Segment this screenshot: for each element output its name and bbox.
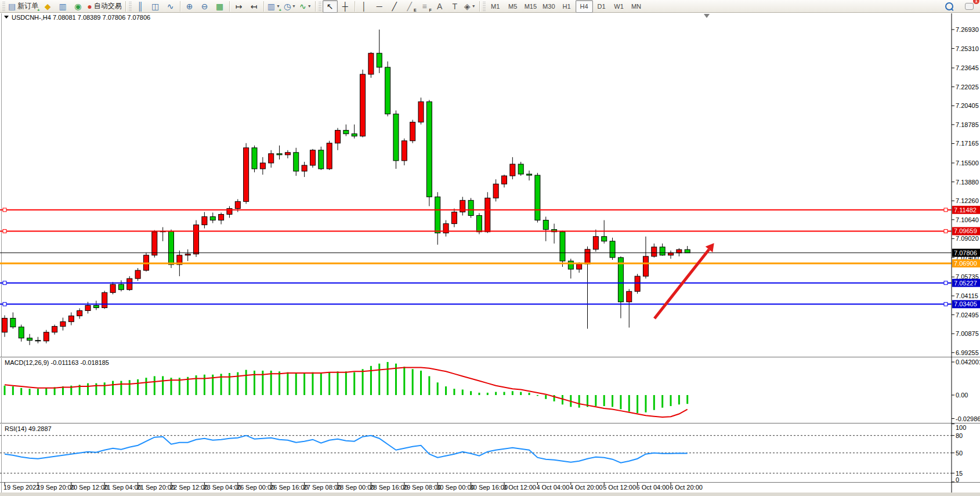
svg-text:4 Oct 04:00: 4 Oct 04:00 xyxy=(536,484,569,491)
svg-text:7.09020: 7.09020 xyxy=(956,235,979,242)
crosshair-icon: ┼ xyxy=(342,2,348,10)
svg-text:6 Oct 20:00: 6 Oct 20:00 xyxy=(670,484,703,491)
fibonacci-icon-sub: F xyxy=(429,8,431,12)
svg-text:27 Sep 08:00: 27 Sep 08:00 xyxy=(303,484,341,491)
vertical-line-button[interactable]: │ xyxy=(357,0,372,13)
svg-text:26 Sep 16:00: 26 Sep 16:00 xyxy=(270,484,308,491)
toolbar-separator xyxy=(315,1,316,12)
text-label-icon: T xyxy=(452,2,457,10)
line-handle xyxy=(3,281,6,285)
navigator-button[interactable]: ◉ xyxy=(70,0,85,13)
svg-text:7.06900: 7.06900 xyxy=(954,260,977,267)
new-order-icon: ▤ xyxy=(8,2,16,10)
svg-text:7.10640: 7.10640 xyxy=(956,216,979,223)
shapes-icon: ◈ xyxy=(464,2,471,10)
line-chart-icon: ∿ xyxy=(167,2,174,10)
svg-text:7.15500: 7.15500 xyxy=(956,160,979,166)
hline-icon: ─ xyxy=(377,2,382,10)
toolbar-grip xyxy=(319,2,321,11)
svg-text:26 Sep 00:00: 26 Sep 00:00 xyxy=(237,484,274,491)
new-chart-button[interactable]: ▥+▼ xyxy=(266,0,282,13)
candle-chart-button[interactable]: ◫ xyxy=(148,0,163,13)
toolbar-grip xyxy=(483,2,486,11)
timeframe-m30-button[interactable]: M30 xyxy=(540,0,558,13)
cursor-button[interactable]: ↖ xyxy=(323,0,338,13)
autotrade-icon: ● xyxy=(87,2,92,10)
svg-text:20 Sep 12:00: 20 Sep 12:00 xyxy=(70,484,108,491)
zoom-out-button[interactable]: ⊖ xyxy=(197,0,212,13)
chart-window[interactable]: 7.269307.253107.236457.220257.204057.187… xyxy=(0,0,980,496)
svg-text:3 Oct 12:00: 3 Oct 12:00 xyxy=(503,484,536,491)
svg-text:7.25310: 7.25310 xyxy=(956,45,979,52)
svg-text:0: 0 xyxy=(956,476,959,483)
toolbar-separator xyxy=(355,1,355,12)
zoom-in-icon: ⊕ xyxy=(186,2,193,10)
period-button[interactable]: ◷▼ xyxy=(282,0,298,13)
svg-text:7.18785: 7.18785 xyxy=(956,121,979,128)
new-order-button[interactable]: ▤+新订单 xyxy=(6,0,40,13)
svg-text:-0.029864: -0.029864 xyxy=(956,415,980,422)
svg-text:7.23645: 7.23645 xyxy=(956,64,979,71)
zoom-out-icon: ⊖ xyxy=(201,2,208,10)
bar-chart-icon: ║ xyxy=(138,2,143,10)
channel-icon-sub: E xyxy=(414,8,417,12)
svg-text:7.20405: 7.20405 xyxy=(956,102,979,109)
svg-text:21 Sep 04:00: 21 Sep 04:00 xyxy=(103,484,141,491)
zoom-in-button[interactable]: ⊕ xyxy=(182,0,197,13)
text-button[interactable]: A xyxy=(432,0,447,13)
crosshair-button[interactable]: ┼ xyxy=(338,0,353,13)
search-button[interactable] xyxy=(942,0,957,13)
vline-icon: │ xyxy=(361,2,367,10)
chart-title: USDCNH-,H4 7.08081 7.08389 7.07806 7.078… xyxy=(12,14,150,21)
trendline-button[interactable]: ╱ xyxy=(387,0,402,13)
text-label-button[interactable]: T xyxy=(447,0,462,13)
timeframe-m5-button[interactable]: M5 xyxy=(504,0,522,13)
chat-bubble-icon xyxy=(965,3,974,10)
svg-text:7.11482: 7.11482 xyxy=(954,207,977,213)
toolbar-separator xyxy=(229,1,230,12)
toolbar-separator xyxy=(125,1,126,12)
market-watch-button[interactable]: ◆ xyxy=(40,0,55,13)
cursor-icon: ↖ xyxy=(327,2,334,10)
svg-text:7.12260: 7.12260 xyxy=(956,197,979,204)
line-handle xyxy=(3,302,6,306)
fibonacci-button[interactable]: ≡F xyxy=(417,0,432,13)
svg-text:7.02495: 7.02495 xyxy=(956,312,979,318)
tile-windows-button[interactable]: ▦ xyxy=(212,0,227,13)
svg-text:7.09659: 7.09659 xyxy=(954,227,977,234)
line-handle xyxy=(3,229,6,233)
text-icon: A xyxy=(437,2,442,10)
notification-count-badge: 1 xyxy=(973,0,979,4)
autotrade-button-label: 自动交易 xyxy=(94,1,122,11)
timeframe-d1-button[interactable]: D1 xyxy=(593,0,610,13)
svg-text:7.22025: 7.22025 xyxy=(956,84,979,90)
timeframe-m1-button[interactable]: M1 xyxy=(487,0,504,13)
line-handle xyxy=(944,302,948,306)
chart-shift-button[interactable]: ↤ xyxy=(247,0,262,13)
toolbar-grip xyxy=(2,2,5,11)
timeframe-w1-button[interactable]: W1 xyxy=(610,0,628,13)
rsi-label: RSI(14) 49.2887 xyxy=(5,425,52,432)
new-order-icon-sub: + xyxy=(37,8,39,12)
horizontal-line-button[interactable]: ─ xyxy=(372,0,387,13)
timeframe-m15-button[interactable]: M15 xyxy=(522,0,540,13)
price-chart-canvas[interactable]: 7.269307.253107.236457.220257.204057.187… xyxy=(0,0,980,496)
new-chart-icon: ▥ xyxy=(267,2,275,10)
timeframe-h1-button[interactable]: H1 xyxy=(558,0,576,13)
shapes-button[interactable]: ◈▼ xyxy=(462,0,478,13)
data-window-button[interactable]: ▥ xyxy=(55,0,70,13)
timeframe-mn-button[interactable]: MN xyxy=(628,0,645,13)
indicators-button[interactable]: ∿▼ xyxy=(298,0,313,13)
auto-scroll-button[interactable]: ↦ xyxy=(232,0,247,13)
bar-chart-button[interactable]: ║ xyxy=(133,0,148,13)
svg-text:5 Oct 12:00: 5 Oct 12:00 xyxy=(603,484,636,491)
line-chart-button[interactable]: ∿ xyxy=(163,0,178,13)
notifications-button[interactable]: 1 xyxy=(961,0,977,13)
toolbar-grip xyxy=(129,2,132,11)
timeframe-h4-button[interactable]: H4 xyxy=(576,0,593,13)
autotrade-button[interactable]: ●自动交易 xyxy=(85,0,123,13)
channel-button[interactable]: ╱E xyxy=(402,0,417,13)
line-handle xyxy=(944,208,948,212)
svg-text:15: 15 xyxy=(956,470,963,477)
channel-icon: ╱ xyxy=(407,2,411,10)
